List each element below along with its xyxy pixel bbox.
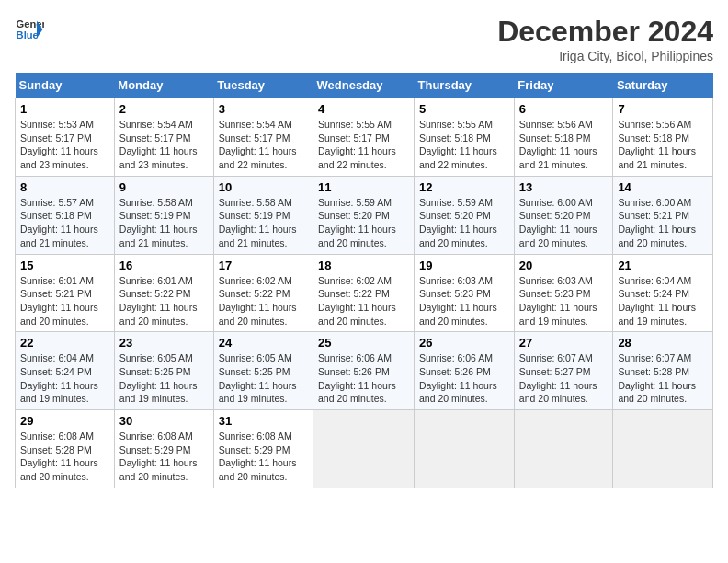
day-number: 6 <box>519 102 609 116</box>
calendar-cell <box>415 410 515 488</box>
day-info: Sunrise: 6:01 AMSunset: 5:21 PMDaylight:… <box>20 275 98 327</box>
day-info: Sunrise: 5:58 AMSunset: 5:19 PMDaylight:… <box>119 197 198 248</box>
title-block: December 2024 Iriga City, Bicol, Philipp… <box>497 15 713 63</box>
day-number: 31 <box>219 414 308 428</box>
day-info: Sunrise: 6:02 AMSunset: 5:22 PMDaylight:… <box>219 275 297 327</box>
calendar-header-row: SundayMondayTuesdayWednesdayThursdayFrid… <box>16 73 713 98</box>
day-number: 7 <box>618 102 708 116</box>
day-number: 24 <box>219 336 308 350</box>
calendar-cell: 29 Sunrise: 6:08 AMSunset: 5:28 PMDaylig… <box>16 410 115 488</box>
day-number: 28 <box>618 336 708 350</box>
day-info: Sunrise: 5:56 AMSunset: 5:18 PMDaylight:… <box>519 119 597 170</box>
calendar-cell: 7 Sunrise: 5:56 AMSunset: 5:18 PMDayligh… <box>613 98 713 177</box>
calendar-week-row: 15 Sunrise: 6:01 AMSunset: 5:21 PMDaylig… <box>16 254 713 332</box>
day-info: Sunrise: 5:59 AMSunset: 5:20 PMDaylight:… <box>419 197 497 248</box>
day-number: 11 <box>318 180 409 194</box>
day-header-tuesday: Tuesday <box>213 73 313 98</box>
calendar-cell: 30 Sunrise: 6:08 AMSunset: 5:29 PMDaylig… <box>114 410 213 488</box>
day-number: 20 <box>519 259 609 272</box>
day-number: 5 <box>419 102 509 116</box>
page-header: General Blue December 2024 Iriga City, B… <box>15 15 713 63</box>
calendar-cell: 31 Sunrise: 6:08 AMSunset: 5:29 PMDaylig… <box>213 410 313 488</box>
day-info: Sunrise: 6:03 AMSunset: 5:23 PMDaylight:… <box>519 275 597 327</box>
calendar-cell: 4 Sunrise: 5:55 AMSunset: 5:17 PMDayligh… <box>313 98 415 177</box>
day-info: Sunrise: 6:01 AMSunset: 5:22 PMDaylight:… <box>119 275 198 327</box>
calendar-week-row: 22 Sunrise: 6:04 AMSunset: 5:24 PMDaylig… <box>16 332 713 410</box>
day-info: Sunrise: 6:02 AMSunset: 5:22 PMDaylight:… <box>318 275 396 327</box>
day-info: Sunrise: 5:59 AMSunset: 5:20 PMDaylight:… <box>318 197 396 248</box>
day-number: 29 <box>20 414 109 428</box>
calendar-week-row: 29 Sunrise: 6:08 AMSunset: 5:28 PMDaylig… <box>16 410 713 488</box>
day-info: Sunrise: 5:57 AMSunset: 5:18 PMDaylight:… <box>20 197 98 248</box>
day-header-sunday: Sunday <box>16 73 115 98</box>
day-number: 27 <box>519 336 609 350</box>
day-info: Sunrise: 6:04 AMSunset: 5:24 PMDaylight:… <box>20 352 98 404</box>
logo-icon: General Blue <box>15 15 44 44</box>
day-info: Sunrise: 6:05 AMSunset: 5:25 PMDaylight:… <box>119 352 198 404</box>
calendar-week-row: 8 Sunrise: 5:57 AMSunset: 5:18 PMDayligh… <box>16 176 713 254</box>
day-number: 13 <box>519 180 609 194</box>
day-number: 15 <box>20 259 109 272</box>
day-info: Sunrise: 5:54 AMSunset: 5:17 PMDaylight:… <box>219 119 297 170</box>
day-number: 1 <box>20 102 109 116</box>
calendar-cell: 6 Sunrise: 5:56 AMSunset: 5:18 PMDayligh… <box>514 98 613 177</box>
calendar-cell: 22 Sunrise: 6:04 AMSunset: 5:24 PMDaylig… <box>16 332 115 410</box>
day-info: Sunrise: 6:04 AMSunset: 5:24 PMDaylight:… <box>618 275 696 327</box>
day-header-monday: Monday <box>114 73 213 98</box>
calendar-cell: 14 Sunrise: 6:00 AMSunset: 5:21 PMDaylig… <box>613 176 713 254</box>
day-number: 4 <box>318 102 409 116</box>
calendar-cell: 1 Sunrise: 5:53 AMSunset: 5:17 PMDayligh… <box>16 98 115 177</box>
day-info: Sunrise: 5:55 AMSunset: 5:17 PMDaylight:… <box>318 119 396 170</box>
calendar-table: SundayMondayTuesdayWednesdayThursdayFrid… <box>15 73 713 488</box>
calendar-cell: 17 Sunrise: 6:02 AMSunset: 5:22 PMDaylig… <box>213 254 313 332</box>
day-number: 3 <box>219 102 308 116</box>
day-info: Sunrise: 6:06 AMSunset: 5:26 PMDaylight:… <box>318 352 396 404</box>
calendar-cell: 5 Sunrise: 5:55 AMSunset: 5:18 PMDayligh… <box>415 98 515 177</box>
day-info: Sunrise: 6:00 AMSunset: 5:21 PMDaylight:… <box>618 197 696 248</box>
day-number: 9 <box>119 180 209 194</box>
day-info: Sunrise: 5:53 AMSunset: 5:17 PMDaylight:… <box>20 119 98 170</box>
day-header-thursday: Thursday <box>415 73 515 98</box>
day-number: 10 <box>219 180 308 194</box>
day-info: Sunrise: 5:58 AMSunset: 5:19 PMDaylight:… <box>219 197 297 248</box>
day-info: Sunrise: 6:06 AMSunset: 5:26 PMDaylight:… <box>419 352 497 404</box>
calendar-cell: 26 Sunrise: 6:06 AMSunset: 5:26 PMDaylig… <box>415 332 515 410</box>
day-number: 23 <box>119 336 209 350</box>
calendar-cell: 15 Sunrise: 6:01 AMSunset: 5:21 PMDaylig… <box>16 254 115 332</box>
day-number: 22 <box>20 336 109 350</box>
day-number: 19 <box>419 259 509 272</box>
calendar-cell: 13 Sunrise: 6:00 AMSunset: 5:20 PMDaylig… <box>514 176 613 254</box>
day-info: Sunrise: 6:07 AMSunset: 5:28 PMDaylight:… <box>618 352 696 404</box>
day-number: 8 <box>20 180 109 194</box>
svg-text:Blue: Blue <box>17 29 39 40</box>
day-header-wednesday: Wednesday <box>313 73 415 98</box>
calendar-cell: 23 Sunrise: 6:05 AMSunset: 5:25 PMDaylig… <box>114 332 213 410</box>
calendar-cell: 3 Sunrise: 5:54 AMSunset: 5:17 PMDayligh… <box>213 98 313 177</box>
calendar-cell: 10 Sunrise: 5:58 AMSunset: 5:19 PMDaylig… <box>213 176 313 254</box>
day-info: Sunrise: 5:55 AMSunset: 5:18 PMDaylight:… <box>419 119 497 170</box>
day-info: Sunrise: 6:03 AMSunset: 5:23 PMDaylight:… <box>419 275 497 327</box>
calendar-cell: 2 Sunrise: 5:54 AMSunset: 5:17 PMDayligh… <box>114 98 213 177</box>
logo: General Blue <box>15 15 44 44</box>
calendar-cell: 12 Sunrise: 5:59 AMSunset: 5:20 PMDaylig… <box>415 176 515 254</box>
calendar-cell <box>313 410 415 488</box>
page-title: December 2024 <box>497 15 713 49</box>
calendar-cell <box>613 410 713 488</box>
page-subtitle: Iriga City, Bicol, Philippines <box>497 49 713 63</box>
calendar-cell: 9 Sunrise: 5:58 AMSunset: 5:19 PMDayligh… <box>114 176 213 254</box>
day-number: 18 <box>318 259 409 272</box>
day-info: Sunrise: 6:00 AMSunset: 5:20 PMDaylight:… <box>519 197 597 248</box>
calendar-cell <box>514 410 613 488</box>
day-info: Sunrise: 6:08 AMSunset: 5:29 PMDaylight:… <box>219 431 297 482</box>
calendar-cell: 25 Sunrise: 6:06 AMSunset: 5:26 PMDaylig… <box>313 332 415 410</box>
calendar-cell: 24 Sunrise: 6:05 AMSunset: 5:25 PMDaylig… <box>213 332 313 410</box>
calendar-cell: 27 Sunrise: 6:07 AMSunset: 5:27 PMDaylig… <box>514 332 613 410</box>
day-number: 14 <box>618 180 708 194</box>
day-number: 25 <box>318 336 409 350</box>
day-number: 16 <box>119 259 209 272</box>
day-info: Sunrise: 6:08 AMSunset: 5:28 PMDaylight:… <box>20 431 98 482</box>
calendar-cell: 11 Sunrise: 5:59 AMSunset: 5:20 PMDaylig… <box>313 176 415 254</box>
day-number: 2 <box>119 102 209 116</box>
day-number: 17 <box>219 259 308 272</box>
calendar-cell: 18 Sunrise: 6:02 AMSunset: 5:22 PMDaylig… <box>313 254 415 332</box>
